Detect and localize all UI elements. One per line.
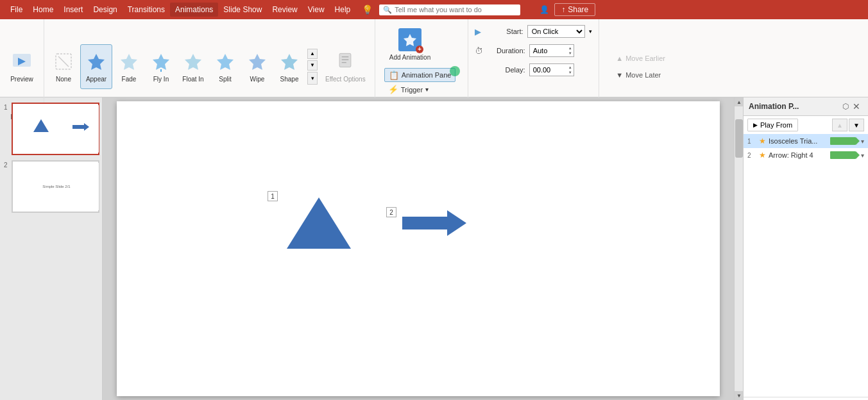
move-later-btn[interactable]: ▼ Move Later xyxy=(613,68,663,82)
delay-row: ⏱ Delay: 00.00 ▲ ▼ xyxy=(475,62,574,78)
menu-slideshow[interactable]: Slide Show xyxy=(218,3,267,17)
effect-options-icon xyxy=(336,50,354,74)
anim-floatin-btn[interactable]: Float In xyxy=(178,44,208,89)
delay-label: Delay: xyxy=(487,66,525,74)
menu-animations[interactable]: Animations xyxy=(170,3,218,17)
play-from-btn[interactable]: ▶ Play From xyxy=(747,119,798,131)
anim-item-2-chevron[interactable]: ▾ xyxy=(861,152,864,159)
shape-icon xyxy=(278,50,301,73)
pane-arrows: ▲ ▼ xyxy=(832,119,864,131)
pane-arrow-up[interactable]: ▲ xyxy=(832,119,847,131)
move-earlier-btn[interactable]: ▲ Move Earlier xyxy=(613,51,668,65)
slide-2-container: 2 Simple Slide 2/1 xyxy=(12,160,99,213)
menu-design[interactable]: Design xyxy=(88,3,122,17)
svg-marker-9 xyxy=(217,54,234,70)
scroll-up-btn[interactable]: ▲ xyxy=(307,49,318,59)
anim-item-1-star: ★ xyxy=(759,137,766,146)
anim-none-btn[interactable]: None xyxy=(48,44,79,89)
clock-icon: ▶ xyxy=(475,27,481,37)
delay-up[interactable]: ▲ xyxy=(568,65,572,70)
start-row: ▶ Start: On ClickWith PreviousAfter Prev… xyxy=(475,23,592,40)
anim-item-1-num: 1 xyxy=(747,138,756,145)
start-chevron: ▾ xyxy=(589,28,592,35)
anim-pane-title: Animation P... xyxy=(749,102,799,111)
anim-item-1-chevron[interactable]: ▾ xyxy=(861,138,864,145)
timing-content: ▶ Start: On ClickWith PreviousAfter Prev… xyxy=(473,21,593,106)
anim-split-btn[interactable]: Split xyxy=(210,44,241,89)
svg-marker-16 xyxy=(404,34,416,46)
anim-item-2-name: Arrow: Right 4 xyxy=(769,151,828,159)
ribbon: Preview Preview None xyxy=(0,19,868,97)
slide-2-thumb[interactable]: Simple Slide 2/1 xyxy=(12,160,99,213)
duration-down[interactable]: ▼ xyxy=(568,51,572,56)
anim-item-1[interactable]: 1 ★ Isosceles Tria... ▾ xyxy=(744,134,868,148)
svg-marker-8 xyxy=(185,54,201,70)
vscroll-up-btn[interactable]: ▲ xyxy=(735,97,743,106)
help-icon: 💡 xyxy=(362,4,373,15)
share-button[interactable]: ↑ Share xyxy=(554,3,595,16)
expand-icon[interactable]: ⬡ xyxy=(842,102,849,111)
svg-marker-6 xyxy=(153,54,169,70)
slide-canvas[interactable]: 1 2 xyxy=(117,101,720,396)
scroll-down-btn[interactable]: ▼ xyxy=(307,60,318,71)
duration-up[interactable]: ▲ xyxy=(568,46,572,51)
thumb-arrow xyxy=(72,123,89,131)
menu-view[interactable]: View xyxy=(303,3,330,17)
menu-home[interactable]: Home xyxy=(28,3,58,17)
anim-item-1-bar-arrow xyxy=(856,137,860,145)
svg-marker-10 xyxy=(249,54,266,70)
svg-rect-12 xyxy=(339,53,351,67)
anim-num-1: 1 xyxy=(268,191,278,201)
animation-pane-btn[interactable]: 📋 Animation Pane xyxy=(384,68,456,82)
effect-options-label: Effect Options xyxy=(325,76,366,83)
anim-num-2: 2 xyxy=(386,207,396,217)
svg-marker-4 xyxy=(88,54,105,70)
menu-help[interactable]: Help xyxy=(330,3,356,17)
duration-icon: ⏱ xyxy=(475,46,483,56)
animation-scroll-arrows: ▲ ▼ ▾ xyxy=(306,47,319,86)
menu-transitions[interactable]: Transitions xyxy=(123,3,170,17)
menu-insert[interactable]: Insert xyxy=(58,3,88,17)
anim-wipe-btn[interactable]: Wipe xyxy=(242,44,273,89)
trigger-btn[interactable]: ⚡ Trigger ▾ xyxy=(384,83,432,96)
anim-shape-btn[interactable]: Shape xyxy=(274,44,305,89)
svg-line-3 xyxy=(58,56,69,67)
slide-2-number: 2 xyxy=(4,162,8,169)
search-box[interactable]: 🔍 xyxy=(379,4,520,15)
share-icon: ↑ xyxy=(561,5,565,14)
anim-appear-btn[interactable]: Appear xyxy=(80,44,112,89)
delay-arrows: ▲ ▼ xyxy=(568,65,572,75)
start-select[interactable]: On ClickWith PreviousAfter Previous xyxy=(527,25,585,38)
split-icon xyxy=(214,50,237,73)
preview-button[interactable]: Preview xyxy=(6,44,37,89)
main-body: 1 2 Simple Slide 2/1 xyxy=(0,97,868,400)
menu-review[interactable]: Review xyxy=(267,3,302,17)
anim-item-2[interactable]: 2 ★ Arrow: Right 4 ▾ xyxy=(744,148,868,162)
anim-flyin-btn[interactable]: Fly In xyxy=(146,44,176,89)
close-btn[interactable]: ✕ xyxy=(850,101,863,112)
add-animation-btn[interactable]: + Add Animation xyxy=(384,22,436,67)
preview-icon xyxy=(10,50,33,73)
anim-items-list: 1 ★ Isosceles Tria... ▾ 2 ★ Arrow: Right… xyxy=(744,134,868,162)
anim-item-1-name: Isosceles Tria... xyxy=(769,137,828,145)
vscroll-thumb[interactable] xyxy=(735,119,743,158)
duration-row: ⏱ Duration: Auto ▲ ▼ xyxy=(475,42,574,59)
pane-arrow-down[interactable]: ▼ xyxy=(849,119,864,131)
thumb-arrow-body xyxy=(72,125,84,129)
anim-fade-btn[interactable]: Fade xyxy=(114,44,144,89)
thumb-triangle xyxy=(33,119,49,132)
slide-1-number: 1 xyxy=(4,104,8,111)
slide-1-thumb[interactable] xyxy=(12,103,99,155)
search-input[interactable] xyxy=(395,6,510,13)
add-animation-icon: + xyxy=(398,28,421,51)
arrow-shape[interactable] xyxy=(402,210,466,236)
delay-spinbox[interactable]: 00.00 ▲ ▼ xyxy=(529,63,574,76)
effect-options-btn[interactable]: Effect Options xyxy=(320,44,371,89)
delay-down[interactable]: ▼ xyxy=(568,70,572,75)
anim-item-1-bar xyxy=(830,137,856,145)
vscroll-track xyxy=(735,106,743,391)
vscroll-down-btn[interactable]: ▼ xyxy=(735,391,743,400)
menu-file[interactable]: File xyxy=(5,3,28,17)
scroll-more-btn[interactable]: ▾ xyxy=(307,72,318,85)
duration-spinbox[interactable]: Auto ▲ ▼ xyxy=(529,44,574,57)
